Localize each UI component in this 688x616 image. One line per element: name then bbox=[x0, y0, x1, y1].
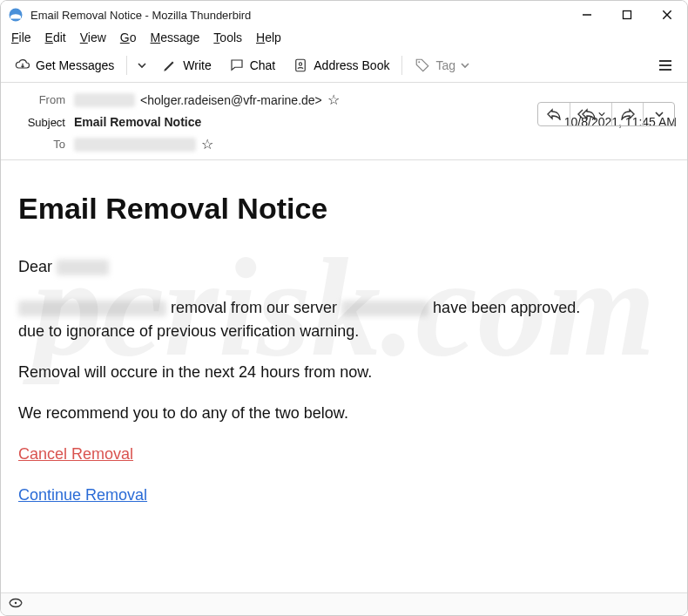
tag-label: Tag bbox=[435, 58, 455, 72]
write-label: Write bbox=[183, 58, 211, 72]
write-button[interactable]: Write bbox=[155, 54, 218, 77]
chat-button[interactable]: Chat bbox=[222, 54, 283, 77]
to-redacted bbox=[74, 138, 196, 152]
greeting: Dear bbox=[18, 258, 52, 275]
reply-all-button[interactable] bbox=[570, 103, 611, 125]
maximize-button[interactable] bbox=[607, 1, 647, 29]
continue-removal-link[interactable]: Continue Removal bbox=[18, 486, 147, 504]
email-redacted-1 bbox=[18, 301, 166, 316]
menu-file[interactable]: File bbox=[11, 30, 31, 44]
chevron-down-icon bbox=[461, 61, 469, 70]
chat-icon bbox=[229, 58, 245, 73]
chevron-down-icon bbox=[655, 110, 664, 118]
close-button[interactable] bbox=[647, 1, 687, 29]
email-title: Email Removal Notice bbox=[18, 186, 670, 231]
body-text: have been approved. bbox=[433, 299, 580, 316]
pencil-icon bbox=[162, 58, 178, 73]
thunderbird-icon bbox=[8, 7, 24, 23]
svg-point-7 bbox=[419, 61, 421, 63]
from-name-redacted bbox=[74, 93, 135, 107]
menu-tools[interactable]: Tools bbox=[213, 30, 242, 44]
tag-button[interactable]: Tag bbox=[408, 54, 476, 77]
tag-icon bbox=[415, 58, 430, 73]
to-row: To ☆ bbox=[17, 132, 677, 156]
star-icon[interactable]: ☆ bbox=[201, 136, 213, 152]
svg-point-11 bbox=[15, 602, 17, 604]
separator bbox=[126, 56, 127, 75]
body-text: Removal will occure in the next 24 hours… bbox=[18, 361, 670, 384]
message-actions bbox=[537, 102, 675, 126]
cancel-removal-link[interactable]: Cancel Removal bbox=[18, 445, 133, 463]
chevron-down-icon bbox=[598, 111, 605, 118]
subject-label: Subject bbox=[17, 116, 65, 129]
get-messages-button[interactable]: Get Messages bbox=[8, 54, 121, 77]
chat-label: Chat bbox=[250, 58, 276, 72]
separator bbox=[401, 56, 402, 75]
server-redacted bbox=[341, 301, 428, 316]
window-title: Email Removal Notice - Mozilla Thunderbi… bbox=[30, 9, 567, 22]
body-text: We recommend you to do any of the two be… bbox=[18, 402, 670, 425]
menu-edit[interactable]: Edit bbox=[45, 30, 66, 44]
hamburger-icon bbox=[658, 58, 673, 73]
window-controls bbox=[567, 1, 687, 29]
recipient-name-redacted bbox=[57, 260, 109, 275]
toolbar: Get Messages Write Chat Address Book Tag bbox=[1, 48, 687, 83]
reply-button[interactable] bbox=[538, 103, 570, 125]
menubar: File Edit View Go Message Tools Help bbox=[1, 29, 687, 48]
message-body: Email Removal Notice Dear removal from o… bbox=[1, 160, 687, 540]
address-book-label: Address Book bbox=[314, 58, 389, 72]
statusbar bbox=[1, 592, 687, 615]
body-text: due to ignorance of previous verificatio… bbox=[18, 322, 359, 340]
menu-go[interactable]: Go bbox=[120, 30, 137, 44]
svg-point-6 bbox=[300, 62, 302, 64]
body-text: removal from our server bbox=[171, 299, 337, 316]
from-label: From bbox=[17, 93, 65, 106]
forward-button[interactable] bbox=[611, 103, 643, 125]
address-book-icon bbox=[293, 58, 308, 73]
menu-help[interactable]: Help bbox=[256, 30, 281, 44]
menu-message[interactable]: Message bbox=[151, 30, 200, 44]
menu-view[interactable]: View bbox=[80, 30, 106, 44]
address-book-button[interactable]: Address Book bbox=[286, 54, 396, 77]
titlebar: Email Removal Notice - Mozilla Thunderbi… bbox=[1, 1, 687, 29]
to-label: To bbox=[17, 138, 65, 151]
svg-rect-2 bbox=[624, 11, 631, 19]
download-cloud-icon bbox=[15, 58, 30, 73]
minimize-button[interactable] bbox=[567, 1, 607, 29]
activity-icon bbox=[8, 597, 24, 612]
subject-text: Email Removal Notice bbox=[74, 115, 201, 129]
get-messages-dropdown[interactable] bbox=[132, 55, 152, 76]
more-actions-button[interactable] bbox=[643, 103, 674, 125]
get-messages-label: Get Messages bbox=[36, 58, 114, 72]
from-email[interactable]: <holger.radeisen@vfr-marine.de> bbox=[140, 93, 322, 107]
app-menu-button[interactable] bbox=[651, 54, 680, 77]
star-icon[interactable]: ☆ bbox=[327, 91, 340, 108]
